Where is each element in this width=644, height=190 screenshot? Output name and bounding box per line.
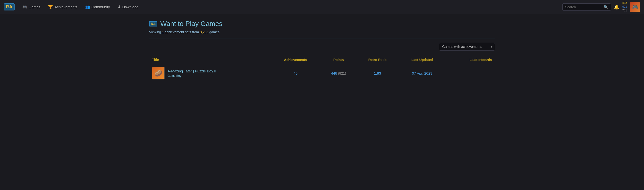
game-platform-link[interactable]: Game Boy [168,74,216,78]
table-row: 🥔 A-Mazing Tater | Puzzle Boy II Game Bo… [149,64,495,82]
filter-select-wrapper[interactable]: Games with achievements All games Games … [439,43,495,50]
game-points-value: 448 [331,71,337,75]
subtitle: Viewing 1 achievement sets from 8,205 ga… [149,30,495,34]
user-stat-top: 482 [622,1,627,5]
game-name-link[interactable]: A-Mazing Tater | Puzzle Boy II [168,69,216,73]
nav-games-label: Games [29,5,40,9]
table-body: 🥔 A-Mazing Tater | Puzzle Boy II Game Bo… [149,64,495,82]
subtitle-suffix: games [208,30,220,34]
main-content: RA Want to Play Games Viewing 1 achievem… [142,14,502,88]
page-header: RA Want to Play Games Viewing 1 achievem… [149,20,495,38]
download-icon: ⬇ [118,4,121,9]
col-last-updated: Last Updated [398,56,446,64]
subtitle-prefix: Viewing [149,30,162,34]
col-leaderboards: Leaderboards [446,56,495,64]
navbar: RA 🎮 Games 🏆 Achievements 👥 Community ⬇ … [0,0,644,14]
game-last-updated-value: 07 Apr, 2023 [412,71,432,75]
user-stat-bot: 701 [622,9,627,13]
avatar[interactable]: 🎮 [630,2,640,12]
page-title-row: RA Want to Play Games [149,20,495,28]
games-icon: 🎮 [22,4,27,9]
subtitle-games: 8,205 [200,30,208,34]
game-thumb-cell: 🥔 A-Mazing Tater | Puzzle Boy II Game Bo… [152,67,268,80]
community-icon: 👥 [85,4,90,9]
nav-achievements[interactable]: 🏆 Achievements [45,3,80,11]
game-info: A-Mazing Tater | Puzzle Boy II Game Boy [168,69,216,78]
logo[interactable]: RA [4,4,14,10]
games-table: Title Achievements Points Retro Ratio La… [149,56,495,82]
search-icon: 🔍 [604,5,608,9]
nav-items: 🎮 Games 🏆 Achievements 👥 Community ⬇ Dow… [19,3,561,11]
game-retro-ratio-cell: 1.83 [356,64,398,82]
nav-download[interactable]: ⬇ Download [114,3,142,11]
logo-text: RA [4,4,14,10]
nav-achievements-label: Achievements [54,5,77,9]
game-retro-ratio-value: 1.83 [374,71,381,75]
nav-download-label: Download [122,5,138,9]
nav-community[interactable]: 👥 Community [82,3,114,11]
trophy-icon: 🏆 [48,4,53,9]
col-title: Title [149,56,270,64]
user-stats: 482 401 701 [622,1,627,13]
bell-icon[interactable]: 🔔 [614,4,619,10]
col-points: Points [320,56,356,64]
game-achievements-value: 45 [293,71,298,75]
col-retro-ratio: Retro Ratio [356,56,398,64]
game-thumb-icon: 🥔 [154,70,162,77]
game-title-cell: 🥔 A-Mazing Tater | Puzzle Boy II Game Bo… [149,64,270,82]
game-achievements-cell: 45 [270,64,320,82]
search-input[interactable] [565,5,602,9]
search-box[interactable]: 🔍 [562,4,611,11]
game-points-bonus-val: (821) [338,72,346,75]
table-header: Title Achievements Points Retro Ratio La… [149,56,495,64]
col-achievements: Achievements [270,56,320,64]
game-last-updated-cell: 07 Apr, 2023 [398,64,446,82]
nav-right: 🔍 🔔 482 401 701 🎮 [562,1,640,13]
subtitle-mid: achievement sets from [164,30,200,34]
page-title: Want to Play Games [160,20,222,28]
user-stat-mid: 401 [622,5,627,9]
nav-games[interactable]: 🎮 Games [19,3,44,11]
filter-select[interactable]: Games with achievements All games Games … [439,43,495,50]
header-row: Title Achievements Points Retro Ratio La… [149,56,495,64]
avatar-icon: 🎮 [632,4,638,10]
game-leaderboards-cell [446,64,495,82]
nav-community-label: Community [92,5,110,9]
game-thumbnail: 🥔 [152,67,165,80]
page-title-logo: RA [149,21,157,26]
game-points-cell: 448 (821) [320,64,356,82]
filter-row: Games with achievements All games Games … [149,43,495,50]
